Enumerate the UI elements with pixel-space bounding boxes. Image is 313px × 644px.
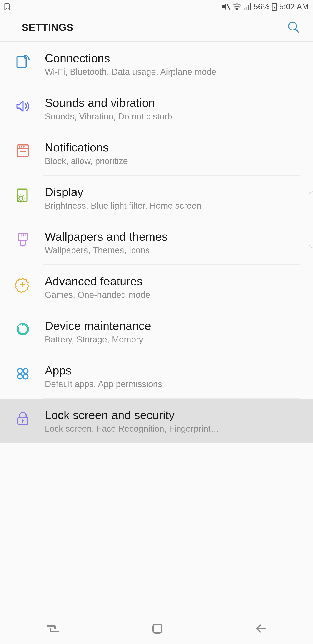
navigation-bar xyxy=(0,614,313,644)
home-button[interactable] xyxy=(151,622,163,636)
item-title: Wallpapers and themes xyxy=(45,230,300,243)
item-sub: Default apps, App permissions xyxy=(45,379,300,389)
settings-item-notifications[interactable]: Notifications Block, allow, prioritize xyxy=(0,131,313,176)
connections-icon xyxy=(15,54,31,70)
item-title: Connections xyxy=(45,51,300,65)
svg-point-16 xyxy=(21,146,22,148)
settings-item-lock-screen[interactable]: Lock screen and security Lock screen, Fa… xyxy=(0,398,313,443)
svg-point-21 xyxy=(19,196,23,200)
display-icon xyxy=(15,187,31,204)
mute-icon xyxy=(222,3,230,11)
settings-item-apps[interactable]: Apps Default apps, App permissions xyxy=(0,354,313,398)
item-sub: Lock screen, Face Recognition, Fingerpri… xyxy=(45,424,300,434)
svg-rect-45 xyxy=(153,624,162,633)
item-title: Advanced features xyxy=(45,274,300,288)
wallpaper-icon xyxy=(15,232,31,249)
svg-rect-9 xyxy=(274,2,275,4)
svg-rect-4 xyxy=(244,8,245,10)
maintenance-icon xyxy=(15,321,31,338)
svg-rect-7 xyxy=(250,4,252,10)
item-sub: Block, allow, prioritize xyxy=(45,156,300,166)
svg-point-17 xyxy=(23,146,24,148)
settings-item-display[interactable]: Display Brightness, Blue light filter, H… xyxy=(0,176,313,220)
item-sub: Games, One-handed mode xyxy=(45,290,300,300)
settings-item-sounds[interactable]: Sounds and vibration Sounds, Vibration, … xyxy=(0,86,313,131)
svg-point-15 xyxy=(19,146,20,148)
battery-percent: 56% xyxy=(254,2,270,11)
wifi-icon xyxy=(232,3,242,10)
item-sub: Brightness, Blue light filter, Home scre… xyxy=(45,201,300,210)
svg-line-26 xyxy=(18,195,19,196)
search-icon[interactable] xyxy=(287,20,300,34)
settings-item-advanced[interactable]: Advanced features Games, One-handed mode xyxy=(0,265,313,310)
settings-item-maintenance[interactable]: Device maintenance Battery, Storage, Mem… xyxy=(0,310,313,354)
page-title: SETTINGS xyxy=(22,22,73,33)
item-sub: Sounds, Vibration, Do not disturb xyxy=(45,112,300,122)
item-title: Display xyxy=(45,185,300,199)
svg-rect-30 xyxy=(18,234,27,240)
item-sub: Wi-Fi, Bluetooth, Data usage, Airplane m… xyxy=(45,67,300,77)
item-sub: Wallpapers, Themes, Icons xyxy=(45,246,300,255)
svg-point-3 xyxy=(236,9,238,10)
settings-item-peek xyxy=(0,443,313,460)
battery-icon xyxy=(272,2,277,11)
status-bar: 56% 5:02 AM xyxy=(0,0,313,14)
svg-line-29 xyxy=(23,200,24,201)
item-sub: Battery, Storage, Memory xyxy=(45,334,300,344)
item-title: Lock screen and security xyxy=(45,408,300,422)
svg-line-28 xyxy=(18,200,19,201)
svg-point-40 xyxy=(17,374,22,379)
svg-line-27 xyxy=(23,195,24,196)
item-title: Sounds and vibration xyxy=(45,96,300,110)
lock-icon xyxy=(15,410,31,427)
advanced-icon xyxy=(15,276,31,294)
settings-list: Connections Wi-Fi, Bluetooth, Data usage… xyxy=(0,42,313,443)
settings-item-wallpapers[interactable]: Wallpapers and themes Wallpapers, Themes… xyxy=(0,220,313,265)
scroll-handle[interactable] xyxy=(309,192,313,248)
settings-item-connections[interactable]: Connections Wi-Fi, Bluetooth, Data usage… xyxy=(0,42,313,86)
app-bar: SETTINGS xyxy=(0,14,313,42)
svg-point-41 xyxy=(23,374,28,379)
item-title: Apps xyxy=(45,364,300,377)
item-title: Device maintenance xyxy=(45,319,300,332)
svg-point-39 xyxy=(23,368,28,373)
sound-icon xyxy=(15,98,31,115)
apps-icon xyxy=(15,366,31,383)
sim-icon xyxy=(4,3,10,10)
clock-text: 5:02 AM xyxy=(279,2,309,11)
svg-point-38 xyxy=(17,368,22,373)
svg-rect-5 xyxy=(246,7,247,10)
notifications-icon xyxy=(15,143,31,160)
svg-rect-6 xyxy=(248,5,249,10)
signal-icon xyxy=(244,4,252,10)
svg-line-2 xyxy=(227,4,230,9)
item-title: Notifications xyxy=(45,140,300,154)
svg-line-11 xyxy=(296,29,299,32)
recent-apps-button[interactable] xyxy=(45,623,60,635)
svg-line-0 xyxy=(6,8,7,10)
back-button[interactable] xyxy=(255,623,268,635)
